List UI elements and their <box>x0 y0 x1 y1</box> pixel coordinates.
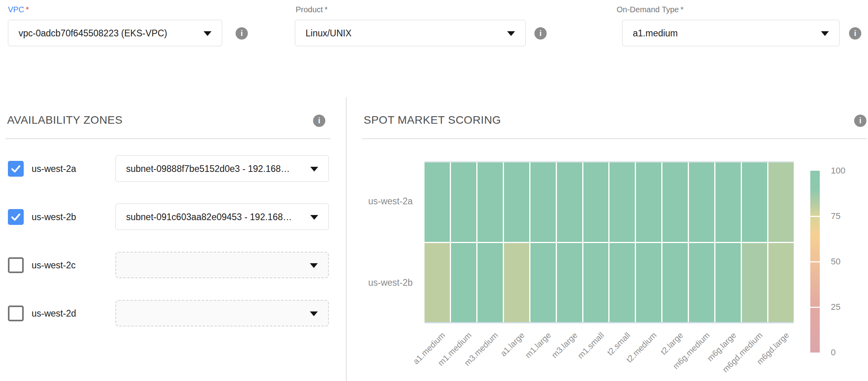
on-demand-type-select[interactable]: a1.medium <box>622 20 840 46</box>
heatmap-cell-us-west-2b-m1.medium <box>451 243 476 323</box>
subnet-select[interactable]: subnet-09888f7be5152d0e3 - 192.168… <box>115 155 329 182</box>
az-checkbox-checked[interactable] <box>8 209 24 225</box>
vpc-select-value: vpc-0adcb70f645508223 (EKS-VPC) <box>19 28 167 38</box>
heatmap-cell-us-west-2b-t2.small <box>609 243 635 323</box>
heatmap-x-label: m1.small <box>576 330 606 360</box>
colorbar-separator <box>810 261 820 262</box>
vpc-label: VPC* <box>8 5 29 14</box>
vpc-select[interactable]: vpc-0adcb70f645508223 (EKS-VPC) <box>8 20 222 46</box>
heatmap-cell-us-west-2a-m6g.medium <box>689 162 714 242</box>
heatmap-cell-us-west-2b-m3.medium <box>477 243 503 323</box>
heatmap-colorbar <box>810 171 820 353</box>
heatmap-cell-us-west-2b-m6gd.large <box>768 243 794 323</box>
heatmap-cell-us-west-2b-a1.medium <box>425 243 450 323</box>
heatmap-plot <box>425 161 794 323</box>
subnet-select <box>115 300 329 326</box>
heatmap-cell-us-west-2a-m1.small <box>583 162 609 242</box>
heatmap-cell-us-west-2a-m6gd.large <box>768 162 794 242</box>
product-select[interactable]: Linux/UNIX <box>295 20 526 46</box>
colorbar-tick-label: 75 <box>831 211 840 221</box>
panel-divider <box>346 97 347 381</box>
heatmap-y-label: us-west-2a <box>340 196 413 207</box>
heatmap-cell-us-west-2b-t2.medium <box>636 243 661 323</box>
heatmap-cell-us-west-2b-m6gd.medium <box>742 243 767 323</box>
colorbar-tick-label: 100 <box>831 166 845 176</box>
az-checkbox-unchecked[interactable] <box>8 257 24 273</box>
heatmap-x-label: m3.large <box>550 330 579 360</box>
chevron-down-icon <box>310 167 318 172</box>
heatmap-x-label: m1.large <box>523 330 553 360</box>
colorbar-separator <box>810 307 820 308</box>
checkmark-icon <box>9 211 22 223</box>
az-checkbox-checked[interactable] <box>8 161 24 177</box>
chevron-down-icon <box>507 31 515 36</box>
heatmap-cell-us-west-2b-t2.large <box>662 243 688 323</box>
chevron-down-icon <box>310 263 318 268</box>
heatmap-cell-us-west-2a-t2.large <box>662 162 688 242</box>
colorbar-tick-label: 25 <box>831 302 840 312</box>
availability-zones-divider <box>6 138 330 139</box>
heatmap-cell-us-west-2b-m3.large <box>557 243 582 323</box>
az-zone-label: us-west-2a <box>32 163 76 174</box>
subnet-select-value: subnet-091c603aa82e09453 - 192.168… <box>126 211 292 222</box>
spot-market-scoring-title: SPOT MARKET SCORING <box>364 114 501 126</box>
heatmap-cell-us-west-2a-m3.medium <box>477 162 503 242</box>
chevron-down-icon <box>204 31 211 36</box>
az-row: us-west-2bsubnet-091c603aa82e09453 - 192… <box>0 204 346 230</box>
vpc-info-icon[interactable]: i <box>236 27 248 40</box>
az-row: us-west-2d <box>0 300 346 326</box>
colorbar-tick-label: 0 <box>831 347 836 358</box>
subnet-select[interactable]: subnet-091c603aa82e09453 - 192.168… <box>115 204 329 230</box>
on-demand-type-select-value: a1.medium <box>633 28 678 38</box>
chevron-down-icon <box>821 31 829 36</box>
checkmark-icon <box>9 162 22 175</box>
az-row: us-west-2c <box>0 252 346 278</box>
heatmap-cell-us-west-2a-m6g.large <box>715 162 741 242</box>
heatmap-cell-us-west-2a-m3.large <box>557 162 582 242</box>
heatmap-cell-us-west-2a-m1.medium <box>451 162 476 242</box>
heatmap-cell-us-west-2a-t2.medium <box>636 162 661 242</box>
az-zone-label: us-west-2d <box>32 308 76 319</box>
heatmap-cell-us-west-2a-a1.medium <box>425 162 450 242</box>
heatmap-cell-us-west-2a-a1.large <box>504 162 529 242</box>
chevron-down-icon <box>310 215 318 220</box>
heatmap-cell-us-west-2a-t2.small <box>609 162 635 242</box>
heatmap-x-label: t2.large <box>659 330 685 357</box>
heatmap-cell-us-west-2a-m1.large <box>530 162 556 242</box>
subnet-select <box>115 252 329 278</box>
availability-zones-info-icon[interactable]: i <box>313 115 325 127</box>
heatmap-cell-us-west-2b-m6g.large <box>715 243 741 323</box>
chevron-down-icon <box>310 311 318 316</box>
product-select-value: Linux/UNIX <box>306 28 351 38</box>
heatmap-cell-us-west-2b-a1.large <box>504 243 529 323</box>
product-info-icon[interactable]: i <box>534 27 547 40</box>
spot-market-scoring-divider <box>362 138 867 139</box>
on-demand-type-info-icon[interactable]: i <box>849 27 861 40</box>
subnet-select-value: subnet-09888f7be5152d0e3 - 192.168… <box>126 163 290 174</box>
heatmap-y-label: us-west-2b <box>340 277 413 288</box>
az-row: us-west-2asubnet-09888f7be5152d0e3 - 192… <box>0 155 346 182</box>
colorbar-separator <box>810 216 820 217</box>
heatmap-cell-us-west-2a-m6gd.medium <box>742 162 767 242</box>
heatmap-x-label: a1.large <box>498 330 526 358</box>
az-zone-label: us-west-2b <box>32 211 76 222</box>
spot-market-scoring-info-icon[interactable]: i <box>854 115 866 127</box>
az-zone-label: us-west-2c <box>32 260 75 270</box>
spot-config-page: VPC* vpc-0adcb70f645508223 (EKS-VPC) i P… <box>0 0 868 381</box>
colorbar-tick-label: 50 <box>831 257 840 267</box>
on-demand-type-label: On-Demand Type* <box>617 5 683 14</box>
heatmap-cell-us-west-2b-m1.large <box>530 243 556 323</box>
availability-zones-title: AVAILABILITY ZONES <box>7 114 123 126</box>
heatmap-cell-us-west-2b-m1.small <box>583 243 609 323</box>
product-label: Product* <box>296 5 328 14</box>
az-checkbox-unchecked[interactable] <box>8 306 24 321</box>
heatmap-cell-us-west-2b-m6g.medium <box>689 243 714 323</box>
